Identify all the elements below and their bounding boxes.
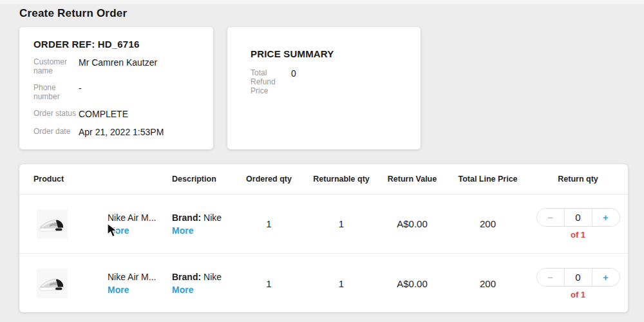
product-image — [37, 269, 68, 298]
decrement-button[interactable]: − — [537, 269, 565, 286]
product-name: Nike Air M... — [108, 272, 172, 282]
field-label: Customer name — [33, 57, 79, 75]
of-max-label: of 1 — [571, 290, 585, 299]
top-strip — [0, 0, 644, 4]
col-header-total-line-price: Total Line Price — [448, 175, 528, 184]
brand-text: Brand: Nike — [172, 213, 232, 223]
field-label: Order date — [33, 127, 79, 137]
order-ref-card: ORDER REF: HD_6716 Customer name Mr Camr… — [19, 27, 213, 149]
table-row: Nike Air M... More Brand: Nike More 1 1 … — [19, 254, 628, 312]
description-cell: Brand: Nike More — [172, 213, 232, 236]
of-max-label: of 1 — [571, 230, 585, 240]
field-order-status: Order status COMPLETE — [33, 109, 199, 119]
col-header-ordered-qty: Ordered qty — [232, 175, 306, 184]
description-more-link[interactable]: More — [172, 225, 193, 236]
col-header-product: Product — [19, 175, 172, 184]
field-value: COMPLETE — [79, 109, 128, 119]
description-cell: Brand: Nike More — [172, 272, 232, 295]
increment-button[interactable]: + — [592, 269, 620, 286]
product-image — [37, 209, 68, 239]
sneaker-image — [37, 269, 68, 298]
product-name-cell: Nike Air M... More — [108, 272, 172, 295]
decrement-button[interactable]: − — [537, 209, 565, 226]
price-summary-title: PRICE SUMMARY — [251, 48, 397, 59]
return-value: A$0.00 — [377, 278, 448, 289]
total-line-price-value: 200 — [448, 278, 528, 289]
field-value: 0 — [291, 68, 296, 95]
page-title: Create Return Order — [19, 7, 127, 20]
ordered-qty-value: 1 — [232, 278, 306, 289]
return-qty-value[interactable]: 0 — [565, 209, 592, 226]
increment-button[interactable]: + — [592, 209, 620, 226]
field-value: - — [79, 83, 82, 101]
order-ref-title: ORDER REF: HD_6716 — [33, 39, 199, 50]
sneaker-image — [37, 209, 68, 239]
col-header-return-qty: Return qty — [528, 175, 628, 184]
returnable-qty-value: 1 — [306, 218, 377, 229]
returnable-qty-value: 1 — [306, 278, 377, 289]
table-row: Nike Air M... More Brand: Nike More 1 1 … — [19, 194, 628, 254]
field-label: Order status — [33, 109, 79, 119]
brand-value: Nike — [201, 272, 222, 282]
table-header-row: Product Description Ordered qty Returnab… — [19, 164, 628, 194]
product-image-cell — [19, 209, 108, 239]
return-value: A$0.00 — [377, 218, 448, 229]
return-qty-cell: − 0 + of 1 — [536, 208, 620, 240]
return-qty-value[interactable]: 0 — [565, 269, 592, 286]
brand-value: Nike — [201, 213, 222, 223]
description-more-link[interactable]: More — [172, 285, 193, 295]
product-more-link[interactable]: More — [108, 225, 129, 236]
product-image-cell — [19, 269, 108, 298]
col-header-returnable-qty: Returnable qty — [306, 175, 377, 184]
brand-label: Brand: — [172, 272, 201, 282]
quantity-stepper: − 0 + — [536, 208, 620, 227]
brand-label: Brand: — [172, 213, 201, 223]
quantity-stepper: − 0 + — [536, 268, 620, 287]
field-customer-name: Customer name Mr Camren Kautzer — [33, 57, 199, 75]
total-line-price-value: 200 — [448, 218, 528, 229]
product-more-link[interactable]: More — [108, 285, 129, 295]
col-header-description: Description — [172, 175, 232, 184]
field-value: Mr Camren Kautzer — [79, 57, 157, 75]
brand-text: Brand: Nike — [172, 272, 232, 282]
product-name-cell: Nike Air M... More — [108, 213, 172, 236]
field-total-refund-price: Total Refund Price 0 — [251, 68, 397, 95]
field-label: Total Refund Price — [251, 68, 281, 95]
ordered-qty-value: 1 — [232, 218, 306, 229]
return-items-table: Product Description Ordered qty Returnab… — [19, 164, 628, 312]
product-name: Nike Air M... — [108, 213, 172, 223]
field-value: Apr 21, 2022 1:53PM — [79, 127, 164, 137]
price-summary-card: PRICE SUMMARY Total Refund Price 0 — [227, 27, 421, 149]
field-label: Phone number — [33, 83, 79, 101]
field-phone-number: Phone number - — [33, 83, 199, 101]
col-header-return-value: Return Value — [377, 175, 448, 184]
return-qty-cell: − 0 + of 1 — [536, 268, 620, 299]
field-order-date: Order date Apr 21, 2022 1:53PM — [33, 127, 199, 137]
